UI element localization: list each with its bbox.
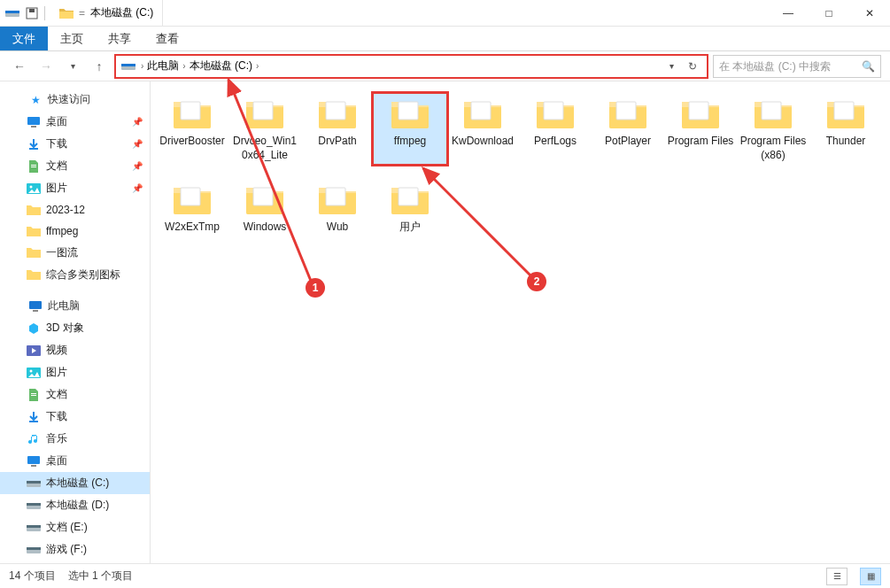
sidebar-item-thispc-2[interactable]: 图片 — [0, 361, 150, 383]
content-item-7[interactable]: Program Files — [664, 94, 737, 164]
history-dropdown[interactable]: ▾ — [662, 58, 680, 75]
picture-icon — [27, 182, 41, 196]
sidebar-item-quick-6[interactable]: 一图流 — [0, 242, 150, 264]
save-icon[interactable] — [25, 6, 39, 20]
document-icon — [27, 388, 41, 402]
folder-icon — [461, 96, 504, 131]
sidebar-item-quick-3[interactable]: 图片📌 — [0, 177, 150, 199]
item-label: Program Files — [668, 135, 734, 149]
content-item-11[interactable]: Windows — [228, 180, 301, 236]
desktop-icon — [27, 454, 41, 468]
content-item-5[interactable]: PerfLogs — [519, 94, 592, 164]
svg-rect-13 — [29, 301, 42, 309]
minimize-button[interactable]: — — [768, 0, 809, 27]
crumb-drive-c[interactable]: 本地磁盘 (C:) — [190, 58, 252, 74]
download-icon — [27, 137, 41, 151]
icons-view-button[interactable]: ▦ — [860, 568, 881, 585]
crumb-thispc[interactable]: 此电脑 — [147, 58, 179, 74]
content-item-1[interactable]: Drvceo_Win10x64_Lite — [228, 94, 301, 164]
sidebar-item-thispc-3[interactable]: 文档 — [0, 383, 150, 406]
sidebar-item-label: 音乐 — [46, 431, 67, 446]
item-label: 用户 — [399, 220, 421, 235]
content-item-9[interactable]: Thunder — [809, 94, 882, 164]
folder-icon — [27, 268, 41, 282]
sidebar-item-thispc-10[interactable]: 游戏 (F:) — [0, 538, 150, 561]
sidebar-item-quick-5[interactable]: ffmpeg — [0, 220, 150, 242]
svg-point-12 — [30, 185, 33, 188]
content-item-10[interactable]: W2xExTmp — [156, 180, 228, 236]
folder-icon — [59, 7, 74, 19]
content-item-12[interactable]: Wub — [301, 180, 374, 236]
svg-rect-41 — [181, 188, 200, 205]
pc-icon — [28, 299, 43, 313]
item-label: PerfLogs — [534, 135, 577, 149]
sidebar-item-quick-1[interactable]: 下载📌 — [0, 133, 150, 155]
details-view-button[interactable]: ☰ — [826, 568, 847, 585]
desktop-icon — [27, 115, 41, 129]
search-icon[interactable]: 🔍 — [862, 60, 875, 73]
sidebar-item-label: 桌面 — [46, 453, 67, 468]
tab-share[interactable]: 共享 — [96, 27, 143, 50]
tab-home[interactable]: 主页 — [48, 27, 96, 50]
sidebar-item-label: 图片 — [46, 181, 67, 196]
content-item-8[interactable]: Program Files (x86) — [737, 94, 809, 164]
sidebar-item-thispc-8[interactable]: 本地磁盘 (D:) — [0, 494, 150, 516]
sidebar-item-quick-4[interactable]: 2023-12 — [0, 199, 150, 220]
close-button[interactable]: ✕ — [849, 0, 890, 27]
forward-button[interactable]: → — [35, 56, 57, 77]
3d-icon — [27, 321, 41, 336]
sidebar-item-thispc-4[interactable]: 下载 — [0, 406, 150, 428]
back-button[interactable]: ← — [9, 56, 30, 77]
chevron-right-icon[interactable]: › — [141, 61, 143, 71]
sidebar-item-thispc-1[interactable]: 视频 — [0, 339, 150, 361]
search-box[interactable]: 🔍 — [713, 55, 881, 78]
chevron-right-icon[interactable]: › — [256, 61, 259, 71]
drive-icon — [27, 521, 41, 535]
content-item-0[interactable]: DriverBooster — [156, 94, 228, 164]
content-item-3[interactable]: ffmpeg — [374, 94, 446, 164]
maximize-button[interactable]: □ — [809, 0, 849, 27]
sidebar-item-thispc-9[interactable]: 文档 (E:) — [0, 516, 150, 538]
sidebar-item-thispc-5[interactable]: 音乐 — [0, 428, 150, 450]
folder-icon — [171, 96, 213, 131]
content-item-6[interactable]: PotPlayer — [592, 94, 664, 164]
address-bar[interactable]: › 此电脑 › 本地磁盘 (C:) › ▾ ↻ — [115, 55, 708, 78]
content-item-4[interactable]: KwDownload — [446, 94, 519, 164]
sidebar-quick-header[interactable]: ★ 快速访问 — [0, 89, 150, 111]
sidebar-item-label: 视频 — [46, 343, 67, 358]
content-pane[interactable]: DriverBoosterDrvceo_Win10x64_LiteDrvPath… — [151, 81, 890, 563]
sidebar-thispc-header[interactable]: 此电脑 — [0, 295, 150, 317]
sidebar-item-thispc-0[interactable]: 3D 对象 — [0, 317, 150, 339]
tab-view[interactable]: 查看 — [143, 27, 191, 50]
sidebar-item-label: 本地磁盘 (D:) — [46, 498, 109, 513]
chevron-right-icon[interactable]: › — [182, 61, 185, 71]
search-input[interactable] — [719, 60, 858, 73]
sidebar-quick-label: 快速访问 — [48, 92, 90, 107]
content-item-2[interactable]: DrvPath — [301, 94, 374, 164]
svg-rect-26 — [27, 503, 41, 506]
recent-dropdown[interactable]: ▾ — [62, 56, 83, 77]
up-button[interactable]: ↑ — [89, 56, 110, 77]
download-icon — [27, 410, 41, 424]
sidebar-item-quick-0[interactable]: 桌面📌 — [0, 111, 150, 133]
status-bar: 14 个项目 选中 1 个项目 ☰ ▦ — [0, 563, 890, 588]
item-label: W2xExTmp — [165, 220, 220, 235]
sidebar-item-thispc-7[interactable]: 本地磁盘 (C:) — [0, 472, 150, 494]
svg-rect-33 — [326, 102, 345, 120]
sidebar-item-thispc-6[interactable]: 桌面 — [0, 450, 150, 472]
svg-rect-9 — [31, 165, 36, 166]
svg-rect-7 — [31, 126, 36, 128]
video-icon — [27, 344, 41, 358]
file-tab[interactable]: 文件 — [0, 27, 48, 50]
folder-icon — [824, 96, 867, 131]
sidebar-item-label: 游戏 (F:) — [46, 542, 87, 557]
sidebar-item-label: 2023-12 — [46, 204, 85, 216]
sidebar-item-quick-2[interactable]: 文档📌 — [0, 155, 150, 177]
svg-rect-24 — [27, 481, 41, 484]
item-label: DrvPath — [318, 135, 356, 149]
refresh-button[interactable]: ↻ — [684, 58, 701, 75]
sidebar-item-quick-7[interactable]: 综合多类别图标 — [0, 264, 150, 286]
folder-icon — [316, 96, 359, 131]
content-item-13[interactable]: 用户 — [374, 180, 446, 236]
pin-icon: 📌 — [132, 161, 143, 171]
